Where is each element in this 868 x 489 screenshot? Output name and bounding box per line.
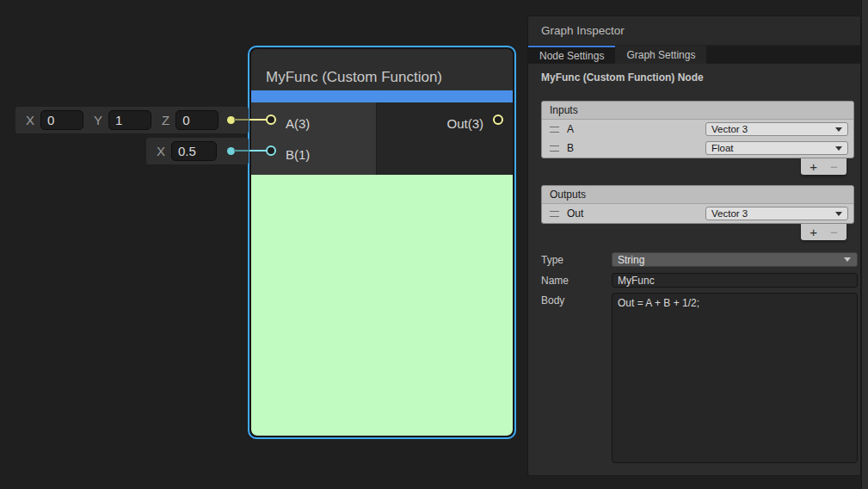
input-b-name: B: [567, 142, 574, 154]
inputs-list-header: Inputs: [542, 102, 853, 120]
inspector-title-bar[interactable]: Graph Inspector: [528, 16, 860, 46]
body-value: Out = A + B + 1/2;: [618, 297, 699, 309]
vector3-port-input-widget[interactable]: X 0 Y 1 Z 0: [15, 107, 249, 133]
graph-inspector-panel: Graph Inspector Node Settings Graph Sett…: [527, 15, 861, 476]
node-ports-area: A(3) B(1) Out(3): [251, 102, 513, 175]
chevron-down-icon: [835, 127, 842, 132]
drag-handle-icon[interactable]: [550, 145, 559, 152]
remove-input-button[interactable]: −: [830, 160, 838, 173]
x-field-label: X: [157, 144, 165, 158]
inputs-list: Inputs A Vector 3 B Float: [541, 101, 854, 158]
name-field[interactable]: MyFunc: [612, 273, 858, 288]
outputs-list-header: Outputs: [542, 186, 853, 204]
y-field-label: Y: [94, 113, 102, 127]
name-label: Name: [541, 275, 569, 287]
output-out-type-dropdown[interactable]: Vector 3: [705, 207, 848, 220]
node-input-ports-panel: [251, 102, 377, 175]
z-field-label: Z: [162, 113, 169, 127]
node-title-bar[interactable]: MyFunc (Custom Function): [251, 49, 513, 90]
window-scrollbar-track[interactable]: [861, 0, 868, 489]
input-a-name: A: [567, 123, 574, 135]
port-b-label: B(1): [286, 147, 310, 162]
input-b-type-dropdown[interactable]: Float: [705, 141, 848, 155]
input-a-type-value: Vector 3: [711, 124, 748, 134]
inputs-list-footer: + −: [801, 158, 846, 175]
body-textarea[interactable]: Out = A + B + 1/2;: [612, 293, 858, 463]
node-accent-bar: [251, 90, 513, 102]
edge-wire-a-dim-segment[interactable]: [234, 119, 249, 121]
remove-output-button[interactable]: −: [830, 226, 838, 238]
port-out-icon[interactable]: [493, 115, 503, 125]
port-a-label: A(3): [286, 116, 310, 131]
input-row-a[interactable]: A Vector 3: [542, 120, 853, 139]
name-value: MyFunc: [618, 275, 655, 287]
drag-handle-icon[interactable]: [550, 127, 559, 133]
output-row-out[interactable]: Out Vector 3: [542, 204, 853, 223]
type-dropdown[interactable]: String: [612, 252, 858, 267]
y-value-field[interactable]: 1: [108, 110, 151, 130]
inspector-node-heading: MyFunc (Custom Function) Node: [541, 71, 860, 84]
edge-wire-a[interactable]: [249, 119, 268, 121]
add-output-button[interactable]: +: [810, 226, 817, 238]
x-field-label: X: [26, 113, 34, 127]
custom-function-node[interactable]: MyFunc (Custom Function) A(3) B(1) Out(3…: [248, 46, 516, 439]
port-a-icon[interactable]: [266, 115, 276, 125]
node-title: MyFunc (Custom Function): [266, 69, 442, 86]
output-out-name: Out: [567, 207, 583, 220]
type-value: String: [618, 254, 644, 266]
input-a-type-dropdown[interactable]: Vector 3: [705, 122, 848, 136]
x-value-field[interactable]: 0: [40, 110, 83, 130]
inputs-title: Inputs: [550, 104, 578, 116]
output-out-type-value: Vector 3: [711, 208, 748, 219]
outputs-list-footer: + −: [801, 224, 846, 240]
add-input-button[interactable]: +: [810, 160, 817, 173]
node-body: MyFunc (Custom Function) A(3) B(1) Out(3…: [251, 49, 513, 436]
tab-graph-settings[interactable]: Graph Settings: [615, 46, 706, 64]
tab-node-settings[interactable]: Node Settings: [528, 46, 615, 64]
outputs-list: Outputs Out Vector 3: [541, 185, 854, 224]
body-label: Body: [541, 294, 564, 306]
chevron-down-icon: [835, 146, 842, 151]
z-value-field[interactable]: 0: [175, 110, 219, 130]
drag-handle-icon[interactable]: [550, 211, 559, 217]
inspector-title: Graph Inspector: [541, 24, 625, 37]
float-value-field[interactable]: 0.5: [171, 141, 217, 161]
node-preview: [251, 175, 513, 436]
edge-wire-b[interactable]: [249, 150, 268, 152]
type-label: Type: [541, 254, 563, 266]
outputs-title: Outputs: [550, 189, 586, 201]
chevron-down-icon: [844, 257, 851, 262]
input-row-b[interactable]: B Float: [542, 139, 853, 158]
chevron-down-icon: [835, 212, 842, 216]
input-b-type-value: Float: [711, 143, 734, 153]
inspector-tab-strip: Node Settings Graph Settings: [528, 46, 860, 64]
port-b-icon[interactable]: [266, 145, 276, 156]
edge-wire-b-dim-segment[interactable]: [234, 150, 249, 152]
port-out-label: Out(3): [446, 116, 483, 131]
